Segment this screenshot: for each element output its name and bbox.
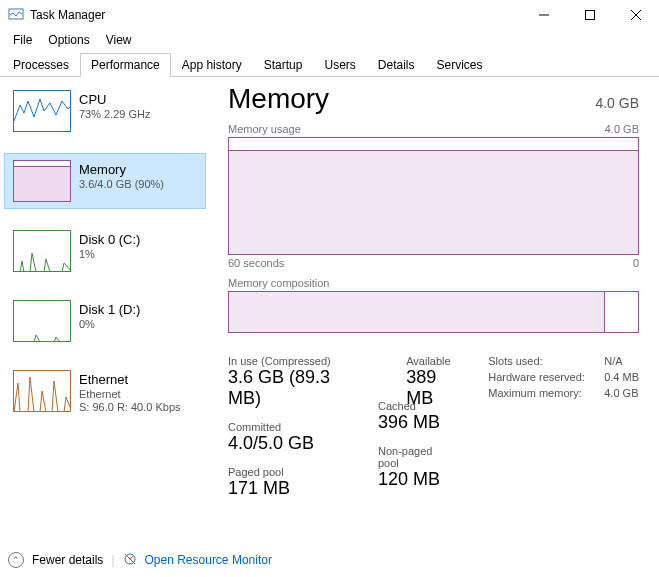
stat-slots: N/A bbox=[604, 355, 622, 367]
tab-startup[interactable]: Startup bbox=[253, 53, 314, 77]
cpu-thumbnail bbox=[13, 90, 71, 132]
stat-maxmem: 4.0 GB bbox=[604, 387, 638, 399]
sidebar-item-label: Disk 0 (C:) bbox=[79, 232, 140, 247]
menu-file[interactable]: File bbox=[6, 31, 39, 49]
fewer-details-link[interactable]: Fewer details bbox=[32, 553, 103, 567]
sidebar-item-label: Ethernet bbox=[79, 372, 181, 387]
composition-label: Memory composition bbox=[228, 277, 329, 289]
stat-available-label: Available bbox=[406, 355, 468, 367]
disk0-thumbnail bbox=[13, 230, 71, 272]
tab-strip: Processes Performance App history Startu… bbox=[0, 52, 659, 77]
menu-options[interactable]: Options bbox=[41, 31, 96, 49]
maximize-button[interactable] bbox=[567, 0, 613, 30]
stat-in-use-label: In use (Compressed) bbox=[228, 355, 368, 367]
sidebar-item-ethernet[interactable]: Ethernet Ethernet S: 96.0 R: 40.0 Kbps bbox=[4, 363, 206, 420]
usage-graph-max: 4.0 GB bbox=[605, 123, 639, 135]
sidebar-item-sub: 1% bbox=[79, 248, 140, 260]
sidebar-item-label: Disk 1 (D:) bbox=[79, 302, 140, 317]
memory-usage-graph bbox=[228, 137, 639, 255]
stat-paged-label: Paged pool bbox=[228, 466, 368, 478]
stat-maxmem-label: Maximum memory: bbox=[488, 387, 596, 399]
window-title: Task Manager bbox=[30, 8, 105, 22]
axis-right: 0 bbox=[633, 257, 639, 269]
tab-processes[interactable]: Processes bbox=[2, 53, 80, 77]
main-panel: Memory 4.0 GB Memory usage 4.0 GB 60 sec… bbox=[210, 77, 659, 543]
stat-committed-label: Committed bbox=[228, 421, 368, 433]
disk1-thumbnail bbox=[13, 300, 71, 342]
page-title: Memory bbox=[228, 83, 329, 115]
tab-app-history[interactable]: App history bbox=[171, 53, 253, 77]
sidebar-item-sub: 73% 2.29 GHz bbox=[79, 108, 151, 120]
svg-line-6 bbox=[130, 556, 133, 559]
stat-in-use: 3.6 GB (89.3 MB) bbox=[228, 367, 368, 409]
stat-committed: 4.0/5.0 GB bbox=[228, 433, 368, 454]
open-resource-monitor-link[interactable]: Open Resource Monitor bbox=[145, 553, 272, 567]
stat-paged: 171 MB bbox=[228, 478, 368, 499]
footer: ⌃ Fewer details | Open Resource Monitor bbox=[0, 543, 659, 577]
menu-view[interactable]: View bbox=[99, 31, 139, 49]
svg-rect-2 bbox=[586, 11, 595, 20]
menu-bar: File Options View bbox=[0, 30, 659, 50]
usage-graph-label: Memory usage bbox=[228, 123, 301, 135]
close-button[interactable] bbox=[613, 0, 659, 30]
axis-left: 60 seconds bbox=[228, 257, 284, 269]
sidebar-item-sub: Ethernet bbox=[79, 388, 181, 400]
sidebar-item-disk0[interactable]: Disk 0 (C:) 1% bbox=[4, 223, 206, 279]
tab-performance[interactable]: Performance bbox=[80, 53, 171, 77]
sidebar-item-memory[interactable]: Memory 3.6/4.0 GB (90%) bbox=[4, 153, 206, 209]
title-bar: Task Manager bbox=[0, 0, 659, 30]
chevron-up-icon[interactable]: ⌃ bbox=[8, 552, 24, 568]
sidebar: CPU 73% 2.29 GHz Memory 3.6/4.0 GB (90%)… bbox=[0, 77, 210, 543]
tab-services[interactable]: Services bbox=[426, 53, 494, 77]
tab-details[interactable]: Details bbox=[367, 53, 426, 77]
stat-hwres-label: Hardware reserved: bbox=[488, 371, 596, 383]
stat-available: 389 MB bbox=[406, 367, 468, 409]
app-icon bbox=[8, 6, 24, 25]
sidebar-item-label: Memory bbox=[79, 162, 164, 177]
sidebar-item-sub: 0% bbox=[79, 318, 140, 330]
minimize-button[interactable] bbox=[521, 0, 567, 30]
sidebar-item-sub: 3.6/4.0 GB (90%) bbox=[79, 178, 164, 190]
stat-hwres: 0.4 MB bbox=[604, 371, 639, 383]
ethernet-thumbnail bbox=[13, 370, 71, 412]
sidebar-item-disk1[interactable]: Disk 1 (D:) 0% bbox=[4, 293, 206, 349]
sidebar-item-cpu[interactable]: CPU 73% 2.29 GHz bbox=[4, 83, 206, 139]
sidebar-item-sub2: S: 96.0 R: 40.0 Kbps bbox=[79, 401, 181, 413]
capacity-label: 4.0 GB bbox=[595, 95, 639, 111]
stat-slots-label: Slots used: bbox=[488, 355, 596, 367]
memory-composition-graph bbox=[228, 291, 639, 333]
memory-thumbnail bbox=[13, 160, 71, 202]
tab-users[interactable]: Users bbox=[313, 53, 366, 77]
resource-monitor-icon bbox=[123, 552, 137, 569]
sidebar-item-label: CPU bbox=[79, 92, 151, 107]
